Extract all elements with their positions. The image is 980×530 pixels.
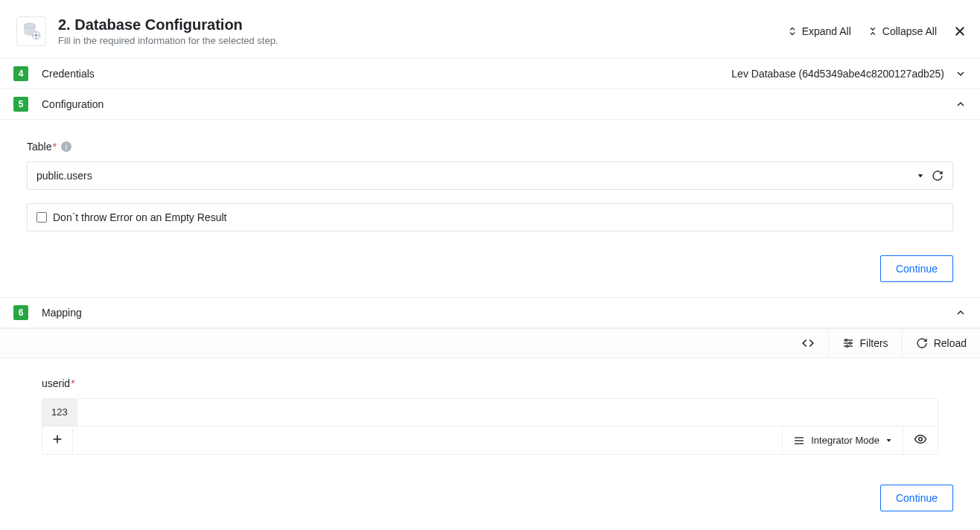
plus-icon	[51, 433, 63, 445]
integrator-mode-select[interactable]: Integrator Mode	[782, 429, 903, 453]
table-value: public.users	[36, 170, 917, 182]
configuration-title: Configuration	[42, 98, 955, 110]
step-badge-4: 4	[13, 66, 28, 81]
userid-value-pill[interactable]: 123	[42, 399, 77, 426]
caret-down-icon	[917, 172, 924, 179]
svg-marker-10	[918, 174, 923, 177]
refresh-icon[interactable]	[932, 170, 944, 182]
caret-down-icon	[885, 437, 892, 444]
code-toggle-button[interactable]	[788, 329, 828, 357]
credentials-title: Credentials	[42, 68, 731, 80]
filters-button[interactable]: Filters	[828, 329, 902, 357]
svg-point-3	[35, 34, 37, 36]
svg-point-15	[849, 342, 851, 345]
sliders-icon	[842, 337, 854, 349]
collapse-icon	[868, 26, 878, 36]
svg-point-16	[846, 345, 848, 348]
close-button[interactable]	[953, 25, 967, 38]
expand-icon	[787, 26, 798, 36]
reload-icon	[916, 337, 928, 349]
page-subtitle: Fill in the required information for the…	[58, 35, 787, 46]
add-mapping-button[interactable]	[42, 427, 73, 453]
database-icon	[16, 16, 46, 46]
svg-point-14	[845, 339, 847, 342]
reload-button[interactable]: Reload	[902, 329, 980, 357]
integrator-mode-label: Integrator Mode	[811, 435, 879, 446]
step-badge-5: 5	[13, 97, 28, 112]
section-configuration-header[interactable]: 5 Configuration	[0, 89, 980, 120]
chevron-up-icon	[955, 307, 967, 319]
reload-label: Reload	[934, 337, 967, 349]
preview-button[interactable]	[903, 427, 938, 454]
svg-point-23	[919, 438, 923, 441]
section-mapping-header[interactable]: 6 Mapping	[0, 297, 980, 328]
mapping-body: userid* 123 Integrator Mode	[0, 358, 980, 461]
page-header: 2. Database Configuration Fill in the re…	[0, 0, 980, 59]
close-icon	[953, 25, 967, 38]
configuration-continue-button[interactable]: Continue	[880, 255, 953, 282]
expand-all-button[interactable]: Expand All	[787, 25, 851, 37]
credentials-value: Lev Database (64d5349abe4c8200127adb25)	[731, 68, 944, 80]
list-icon	[793, 435, 805, 447]
error-empty-checkbox-row[interactable]: Don`t throw Error on an Empty Result	[27, 203, 953, 232]
page-title: 2. Database Configuration	[58, 16, 787, 33]
required-asterisk: *	[52, 141, 56, 153]
eye-icon	[914, 432, 927, 446]
chevron-up-icon	[955, 98, 967, 110]
section-credentials-header[interactable]: 4 Credentials Lev Database (64d5349abe4c…	[0, 59, 980, 89]
checkbox-label: Don`t throw Error on an Empty Result	[53, 211, 226, 223]
required-asterisk: *	[71, 377, 74, 389]
info-icon[interactable]: i	[61, 141, 71, 152]
mapping-continue-button[interactable]: Continue	[880, 485, 953, 511]
expand-all-label: Expand All	[802, 25, 851, 37]
configuration-body: Table* i public.users Don`t throw Error …	[0, 120, 980, 255]
chevron-down-icon	[955, 68, 967, 80]
checkbox-icon[interactable]	[36, 212, 47, 223]
collapse-all-button[interactable]: Collapse All	[868, 25, 937, 37]
userid-label: userid*	[42, 377, 938, 389]
code-icon	[801, 336, 815, 350]
collapse-all-label: Collapse All	[882, 25, 937, 37]
table-label: Table* i	[27, 141, 953, 153]
table-select[interactable]: public.users	[27, 162, 953, 190]
svg-marker-22	[887, 439, 891, 442]
userid-input[interactable]: 123 Integrator Mode	[42, 398, 938, 455]
mapping-title: Mapping	[42, 307, 955, 319]
mapping-toolbar: Filters Reload	[0, 328, 980, 358]
filters-label: Filters	[860, 337, 888, 349]
step-badge-6: 6	[13, 305, 28, 320]
